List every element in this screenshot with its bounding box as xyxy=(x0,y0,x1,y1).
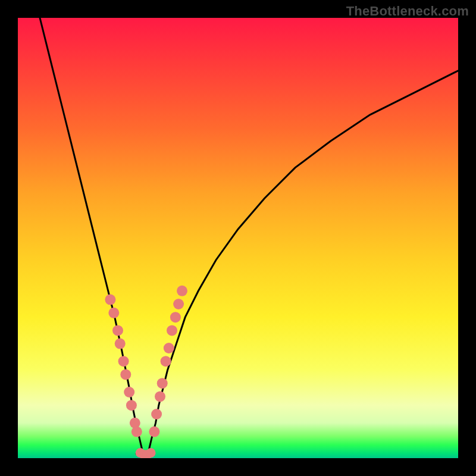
marker-dot xyxy=(167,325,177,336)
plot-area xyxy=(18,18,458,458)
curve-right-branch xyxy=(149,71,459,449)
chart-overlay xyxy=(18,18,458,458)
marker-dot xyxy=(130,418,140,428)
marker-dot xyxy=(118,356,129,367)
curve-left-branch xyxy=(40,18,154,456)
marker-dot xyxy=(124,387,134,397)
marker-dot xyxy=(155,391,165,402)
marker-dot xyxy=(112,325,123,336)
marker-dot xyxy=(173,299,184,309)
marker-dot xyxy=(151,409,162,419)
marker-dot xyxy=(177,286,187,296)
marker-dot xyxy=(131,427,142,437)
markers-right-branch xyxy=(149,286,187,437)
watermark-text: TheBottleneck.com xyxy=(346,4,469,19)
marker-dot xyxy=(120,369,131,380)
markers-left-branch xyxy=(105,295,142,437)
outer-frame: TheBottleneck.com xyxy=(0,0,476,476)
marker-dot xyxy=(157,378,168,389)
marker-dot xyxy=(115,339,126,349)
marker-dot xyxy=(170,312,181,322)
marker-dot xyxy=(126,400,137,411)
marker-dot xyxy=(161,356,171,367)
marker-dot xyxy=(108,308,119,318)
marker-dot xyxy=(164,343,174,353)
marker-dot xyxy=(105,295,115,305)
marker-dot xyxy=(149,427,159,437)
marker-dot-floor xyxy=(146,448,156,458)
markers-valley-floor xyxy=(136,448,156,458)
